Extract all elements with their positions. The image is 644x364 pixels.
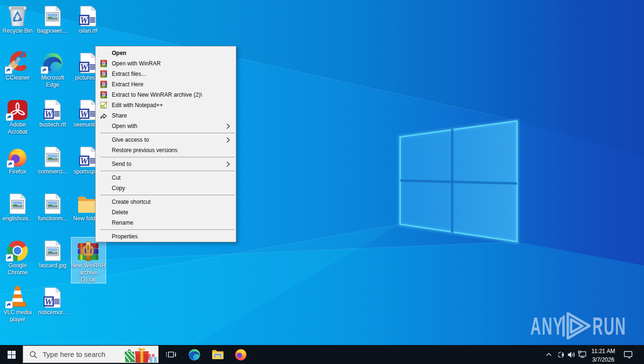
svg-text:W: W bbox=[45, 297, 53, 307]
svg-text:W: W bbox=[80, 109, 89, 119]
svg-text:ANY: ANY bbox=[530, 313, 564, 340]
svg-text:W: W bbox=[80, 62, 89, 72]
svg-text:W: W bbox=[80, 15, 89, 25]
svg-text:RUN: RUN bbox=[592, 313, 626, 340]
svg-text:W: W bbox=[45, 109, 53, 119]
svg-text:W: W bbox=[80, 156, 89, 166]
